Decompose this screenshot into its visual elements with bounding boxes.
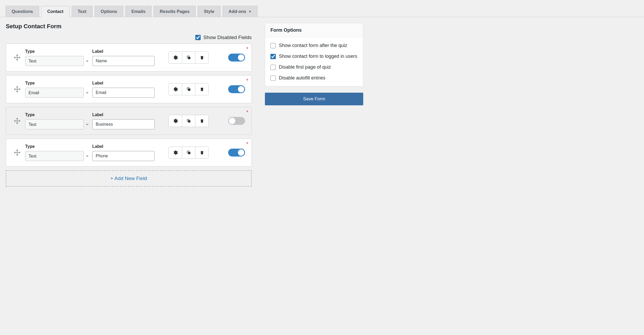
field-row: *TypeEmailLabel bbox=[6, 75, 252, 103]
required-indicator: * bbox=[246, 109, 248, 115]
field-label-input[interactable] bbox=[92, 119, 155, 129]
settings-button[interactable] bbox=[169, 147, 182, 158]
type-column-header: Type bbox=[25, 49, 92, 54]
form-options-panel: Form Options Show contact form after the… bbox=[265, 23, 363, 86]
form-option-checkbox[interactable] bbox=[270, 43, 276, 48]
label-column-header: Label bbox=[92, 81, 155, 86]
tab-emails[interactable]: Emails bbox=[125, 6, 151, 17]
field-enabled-toggle[interactable] bbox=[228, 117, 245, 125]
field-label-input[interactable] bbox=[92, 88, 155, 98]
form-option-row[interactable]: Show contact form to logged in users bbox=[270, 54, 358, 59]
form-option-checkbox[interactable] bbox=[270, 76, 276, 81]
label-column-header: Label bbox=[92, 49, 155, 54]
tab-contact[interactable]: Contact bbox=[41, 6, 70, 17]
delete-button[interactable] bbox=[195, 115, 208, 127]
tab-questions[interactable]: Questions bbox=[6, 6, 39, 17]
field-type-select[interactable]: Text bbox=[25, 119, 84, 129]
field-row: *TypeTextLabel bbox=[6, 107, 252, 135]
delete-button[interactable] bbox=[195, 83, 208, 95]
field-enabled-toggle[interactable] bbox=[228, 85, 245, 93]
tab-options[interactable]: Options bbox=[95, 6, 123, 17]
svg-rect-0 bbox=[188, 57, 190, 59]
gear-icon bbox=[173, 55, 178, 60]
duplicate-button[interactable] bbox=[182, 147, 195, 158]
field-type-select[interactable]: Text bbox=[25, 151, 84, 161]
copy-icon bbox=[186, 119, 191, 123]
duplicate-button[interactable] bbox=[182, 83, 195, 95]
form-options-title: Form Options bbox=[265, 23, 363, 37]
form-option-row[interactable]: Disable first page of quiz bbox=[270, 64, 358, 70]
duplicate-button[interactable] bbox=[182, 52, 195, 63]
settings-button[interactable] bbox=[169, 83, 182, 95]
chevron-down-icon: ▼ bbox=[249, 10, 252, 13]
svg-rect-3 bbox=[188, 152, 190, 154]
move-icon bbox=[14, 54, 21, 61]
drag-handle[interactable] bbox=[12, 149, 22, 156]
type-column-header: Type bbox=[25, 81, 92, 86]
field-enabled-toggle[interactable] bbox=[228, 54, 245, 62]
gear-icon bbox=[173, 118, 178, 124]
tab-bar: QuestionsContactTextOptionsEmailsResults… bbox=[0, 0, 644, 17]
copy-icon bbox=[186, 87, 191, 92]
field-row: *TypeTextLabel bbox=[6, 44, 252, 72]
delete-button[interactable] bbox=[195, 147, 208, 158]
type-column-header: Type bbox=[25, 112, 92, 117]
delete-button[interactable] bbox=[195, 52, 208, 63]
settings-button[interactable] bbox=[169, 52, 182, 63]
field-type-select[interactable]: Email bbox=[25, 88, 84, 98]
field-actions bbox=[168, 83, 209, 95]
form-option-row[interactable]: Disable autofill entries bbox=[270, 75, 358, 81]
copy-icon bbox=[186, 150, 191, 155]
field-actions bbox=[168, 115, 209, 127]
form-option-checkbox[interactable] bbox=[270, 54, 276, 59]
drag-handle[interactable] bbox=[12, 54, 22, 61]
field-type-select[interactable]: Text bbox=[25, 56, 84, 66]
required-indicator: * bbox=[246, 141, 248, 147]
drag-handle[interactable] bbox=[12, 86, 22, 93]
required-indicator: * bbox=[246, 46, 248, 52]
trash-icon bbox=[200, 55, 204, 60]
label-column-header: Label bbox=[92, 112, 155, 117]
drag-handle[interactable] bbox=[12, 117, 22, 124]
tab-results-pages[interactable]: Results Pages bbox=[154, 6, 196, 17]
form-option-row[interactable]: Show contact form after the quiz bbox=[270, 43, 358, 48]
settings-button[interactable] bbox=[169, 115, 182, 127]
field-row: *TypeTextLabel bbox=[6, 139, 252, 167]
type-column-header: Type bbox=[25, 144, 92, 149]
chevron-down-icon bbox=[85, 59, 89, 63]
move-icon bbox=[14, 86, 21, 93]
gear-icon bbox=[173, 87, 178, 92]
field-actions bbox=[168, 147, 209, 159]
move-icon bbox=[14, 149, 21, 156]
gear-icon bbox=[173, 150, 178, 155]
show-disabled-fields-label[interactable]: Show Disabled Fields bbox=[195, 35, 252, 40]
label-column-header: Label bbox=[92, 144, 155, 149]
chevron-down-icon bbox=[85, 91, 89, 95]
move-icon bbox=[14, 117, 21, 124]
field-enabled-toggle[interactable] bbox=[228, 149, 245, 157]
required-indicator: * bbox=[246, 78, 248, 84]
add-new-field-button[interactable]: + Add New Field bbox=[6, 170, 252, 187]
trash-icon bbox=[200, 150, 204, 155]
tab-style[interactable]: Style bbox=[198, 6, 220, 17]
field-label-input[interactable] bbox=[92, 56, 155, 66]
svg-rect-1 bbox=[188, 88, 190, 91]
field-label-input[interactable] bbox=[92, 151, 155, 161]
trash-icon bbox=[200, 119, 204, 123]
form-option-checkbox[interactable] bbox=[270, 65, 276, 70]
copy-icon bbox=[186, 55, 191, 60]
chevron-down-icon bbox=[85, 122, 89, 126]
tab-text[interactable]: Text bbox=[72, 6, 93, 17]
trash-icon bbox=[200, 87, 204, 92]
tab-add-ons[interactable]: Add-ons▼ bbox=[223, 6, 258, 17]
svg-rect-2 bbox=[188, 120, 190, 122]
duplicate-button[interactable] bbox=[182, 115, 195, 127]
field-actions bbox=[168, 51, 209, 64]
page-title: Setup Contact Form bbox=[6, 23, 252, 30]
show-disabled-fields-checkbox[interactable] bbox=[195, 35, 201, 40]
save-form-button[interactable]: Save Form bbox=[265, 93, 363, 105]
chevron-down-icon bbox=[85, 154, 89, 158]
